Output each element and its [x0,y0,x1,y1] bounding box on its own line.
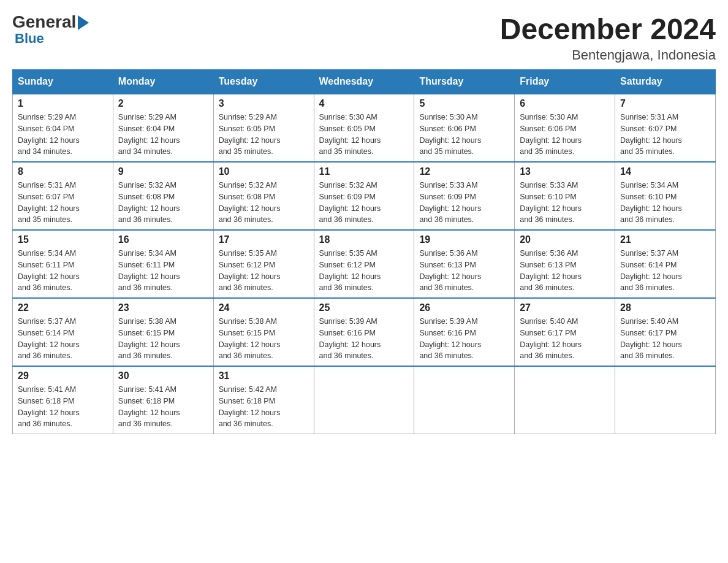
day-info: Sunrise: 5:32 AM Sunset: 6:08 PM Dayligh… [118,180,208,226]
calendar-header-row: SundayMondayTuesdayWednesdayThursdayFrid… [13,70,716,94]
calendar-cell: 10 Sunrise: 5:32 AM Sunset: 6:08 PM Dayl… [213,162,314,230]
day-info: Sunrise: 5:39 AM Sunset: 6:16 PM Dayligh… [319,316,409,362]
calendar-header-tuesday: Tuesday [213,70,314,94]
day-info: Sunrise: 5:33 AM Sunset: 6:09 PM Dayligh… [419,180,509,226]
day-number: 26 [419,302,509,313]
day-number: 16 [118,234,208,245]
day-number: 4 [319,98,409,109]
day-info: Sunrise: 5:32 AM Sunset: 6:08 PM Dayligh… [219,180,309,226]
day-number: 29 [18,370,108,381]
calendar-cell: 12 Sunrise: 5:33 AM Sunset: 6:09 PM Dayl… [414,162,515,230]
calendar-cell [414,366,515,434]
calendar-header-thursday: Thursday [414,70,515,94]
calendar-table: SundayMondayTuesdayWednesdayThursdayFrid… [12,69,716,434]
day-number: 11 [319,166,409,177]
day-number: 3 [219,98,309,109]
calendar-cell: 25 Sunrise: 5:39 AM Sunset: 6:16 PM Dayl… [314,298,414,366]
day-number: 30 [118,370,208,381]
day-number: 15 [18,234,108,245]
calendar-cell: 24 Sunrise: 5:38 AM Sunset: 6:15 PM Dayl… [213,298,314,366]
calendar-cell: 26 Sunrise: 5:39 AM Sunset: 6:16 PM Dayl… [414,298,515,366]
calendar-cell: 9 Sunrise: 5:32 AM Sunset: 6:08 PM Dayli… [113,162,213,230]
day-info: Sunrise: 5:29 AM Sunset: 6:04 PM Dayligh… [118,112,208,158]
day-number: 5 [419,98,509,109]
day-info: Sunrise: 5:39 AM Sunset: 6:16 PM Dayligh… [419,316,509,362]
day-number: 9 [118,166,208,177]
calendar-cell: 3 Sunrise: 5:29 AM Sunset: 6:05 PM Dayli… [213,94,314,162]
calendar-cell: 17 Sunrise: 5:35 AM Sunset: 6:12 PM Dayl… [213,230,314,298]
day-info: Sunrise: 5:29 AM Sunset: 6:04 PM Dayligh… [18,112,108,158]
title-section: December 2024 Bentengjawa, Indonesia [500,12,716,63]
calendar-cell: 20 Sunrise: 5:36 AM Sunset: 6:13 PM Dayl… [515,230,615,298]
calendar-week-row: 22 Sunrise: 5:37 AM Sunset: 6:14 PM Dayl… [13,298,716,366]
calendar-cell: 13 Sunrise: 5:33 AM Sunset: 6:10 PM Dayl… [515,162,615,230]
calendar-cell: 31 Sunrise: 5:42 AM Sunset: 6:18 PM Dayl… [213,366,314,434]
calendar-header-wednesday: Wednesday [314,70,414,94]
day-number: 27 [520,302,610,313]
day-number: 25 [319,302,409,313]
day-info: Sunrise: 5:30 AM Sunset: 6:06 PM Dayligh… [520,112,610,158]
day-info: Sunrise: 5:31 AM Sunset: 6:07 PM Dayligh… [620,112,710,158]
calendar-cell: 23 Sunrise: 5:38 AM Sunset: 6:15 PM Dayl… [113,298,213,366]
day-info: Sunrise: 5:36 AM Sunset: 6:13 PM Dayligh… [419,248,509,294]
day-info: Sunrise: 5:42 AM Sunset: 6:18 PM Dayligh… [219,384,309,430]
day-info: Sunrise: 5:40 AM Sunset: 6:17 PM Dayligh… [620,316,710,362]
day-info: Sunrise: 5:31 AM Sunset: 6:07 PM Dayligh… [18,180,108,226]
day-number: 8 [18,166,108,177]
month-title: December 2024 [500,12,716,46]
calendar-cell: 29 Sunrise: 5:41 AM Sunset: 6:18 PM Dayl… [13,366,113,434]
calendar-header-saturday: Saturday [615,70,716,94]
calendar-cell: 22 Sunrise: 5:37 AM Sunset: 6:14 PM Dayl… [13,298,113,366]
calendar-cell: 2 Sunrise: 5:29 AM Sunset: 6:04 PM Dayli… [113,94,213,162]
calendar-week-row: 8 Sunrise: 5:31 AM Sunset: 6:07 PM Dayli… [13,162,716,230]
day-info: Sunrise: 5:32 AM Sunset: 6:09 PM Dayligh… [319,180,409,226]
day-info: Sunrise: 5:38 AM Sunset: 6:15 PM Dayligh… [219,316,309,362]
calendar-cell: 1 Sunrise: 5:29 AM Sunset: 6:04 PM Dayli… [13,94,113,162]
calendar-cell: 30 Sunrise: 5:41 AM Sunset: 6:18 PM Dayl… [113,366,213,434]
day-number: 28 [620,302,710,313]
calendar-body: 1 Sunrise: 5:29 AM Sunset: 6:04 PM Dayli… [13,94,716,434]
day-info: Sunrise: 5:34 AM Sunset: 6:10 PM Dayligh… [620,180,710,226]
day-info: Sunrise: 5:30 AM Sunset: 6:06 PM Dayligh… [419,112,509,158]
logo-blue-text: Blue [15,31,44,47]
day-info: Sunrise: 5:37 AM Sunset: 6:14 PM Dayligh… [18,316,108,362]
page-header: General Blue December 2024 Bentengjawa, … [12,12,716,63]
day-info: Sunrise: 5:37 AM Sunset: 6:14 PM Dayligh… [620,248,710,294]
calendar-cell: 28 Sunrise: 5:40 AM Sunset: 6:17 PM Dayl… [615,298,716,366]
logo: General Blue [12,12,89,47]
day-info: Sunrise: 5:30 AM Sunset: 6:05 PM Dayligh… [319,112,409,158]
day-info: Sunrise: 5:33 AM Sunset: 6:10 PM Dayligh… [520,180,610,226]
day-info: Sunrise: 5:34 AM Sunset: 6:11 PM Dayligh… [118,248,208,294]
calendar-cell: 15 Sunrise: 5:34 AM Sunset: 6:11 PM Dayl… [13,230,113,298]
calendar-cell: 27 Sunrise: 5:40 AM Sunset: 6:17 PM Dayl… [515,298,615,366]
calendar-cell: 14 Sunrise: 5:34 AM Sunset: 6:10 PM Dayl… [615,162,716,230]
day-number: 31 [219,370,309,381]
calendar-cell [515,366,615,434]
day-info: Sunrise: 5:40 AM Sunset: 6:17 PM Dayligh… [520,316,610,362]
calendar-cell [314,366,414,434]
day-number: 1 [18,98,108,109]
day-number: 17 [219,234,309,245]
calendar-header-monday: Monday [113,70,213,94]
day-number: 22 [18,302,108,313]
day-number: 10 [219,166,309,177]
calendar-cell: 6 Sunrise: 5:30 AM Sunset: 6:06 PM Dayli… [515,94,615,162]
location-title: Bentengjawa, Indonesia [500,47,716,63]
day-number: 2 [118,98,208,109]
calendar-week-row: 15 Sunrise: 5:34 AM Sunset: 6:11 PM Dayl… [13,230,716,298]
day-info: Sunrise: 5:38 AM Sunset: 6:15 PM Dayligh… [118,316,208,362]
logo-arrow-icon [78,15,89,30]
day-number: 18 [319,234,409,245]
day-info: Sunrise: 5:34 AM Sunset: 6:11 PM Dayligh… [18,248,108,294]
calendar-cell [615,366,716,434]
calendar-cell: 4 Sunrise: 5:30 AM Sunset: 6:05 PM Dayli… [314,94,414,162]
day-number: 12 [419,166,509,177]
calendar-cell: 19 Sunrise: 5:36 AM Sunset: 6:13 PM Dayl… [414,230,515,298]
day-info: Sunrise: 5:41 AM Sunset: 6:18 PM Dayligh… [118,384,208,430]
calendar-cell: 21 Sunrise: 5:37 AM Sunset: 6:14 PM Dayl… [615,230,716,298]
day-number: 6 [520,98,610,109]
calendar-week-row: 29 Sunrise: 5:41 AM Sunset: 6:18 PM Dayl… [13,366,716,434]
day-number: 13 [520,166,610,177]
calendar-cell: 5 Sunrise: 5:30 AM Sunset: 6:06 PM Dayli… [414,94,515,162]
day-number: 24 [219,302,309,313]
